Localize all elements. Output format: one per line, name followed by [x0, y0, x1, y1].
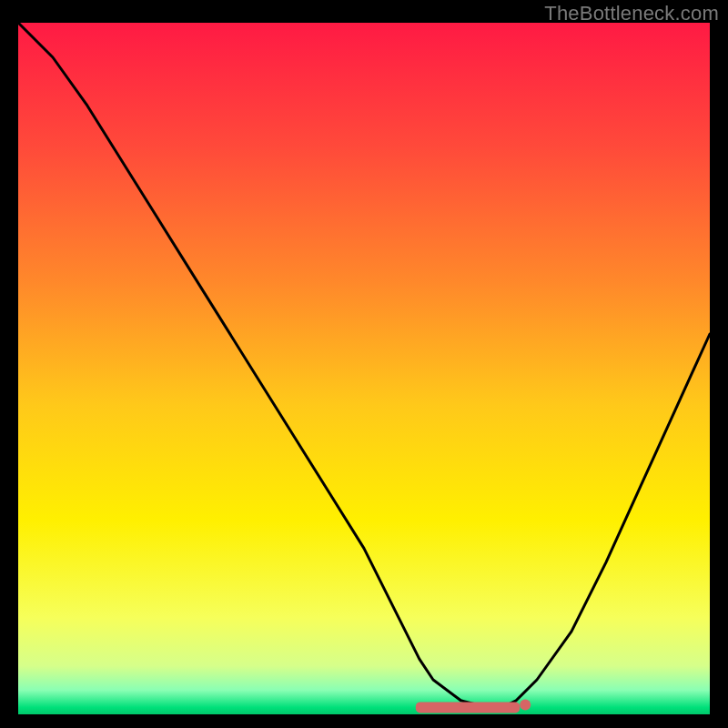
optimal-range-marker [416, 702, 520, 713]
bottleneck-curve [18, 23, 710, 707]
plot-area [18, 23, 710, 714]
bottleneck-curve-svg [18, 23, 710, 714]
chart-frame: TheBottleneck.com [0, 0, 728, 728]
optimal-range-end-dot [520, 699, 531, 710]
